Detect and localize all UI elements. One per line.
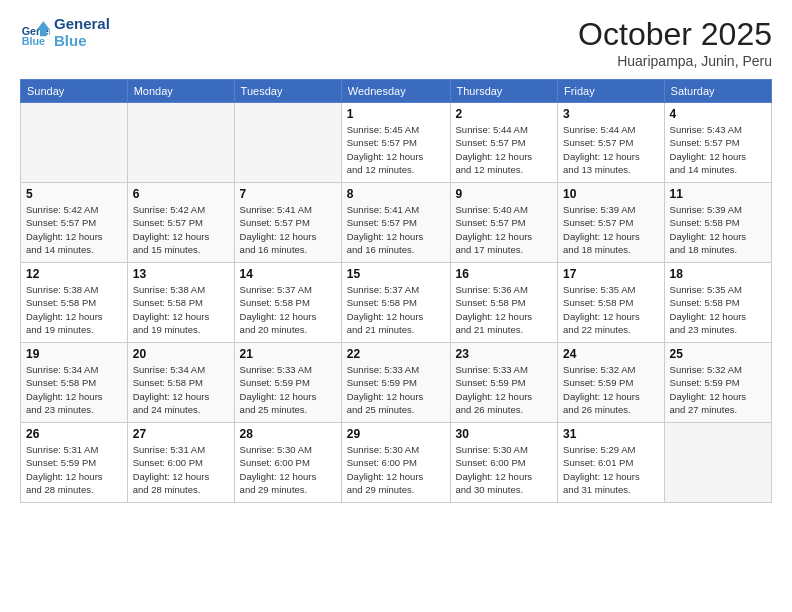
calendar-day-cell: 23Sunrise: 5:33 AM Sunset: 5:59 PM Dayli… xyxy=(450,343,558,423)
day-info: Sunrise: 5:42 AM Sunset: 5:57 PM Dayligh… xyxy=(26,203,122,256)
calendar-day-cell: 26Sunrise: 5:31 AM Sunset: 5:59 PM Dayli… xyxy=(21,423,128,503)
day-info: Sunrise: 5:41 AM Sunset: 5:57 PM Dayligh… xyxy=(347,203,445,256)
day-number: 29 xyxy=(347,427,445,441)
day-number: 25 xyxy=(670,347,766,361)
day-number: 21 xyxy=(240,347,336,361)
weekday-header: Sunday xyxy=(21,80,128,103)
day-number: 30 xyxy=(456,427,553,441)
day-info: Sunrise: 5:37 AM Sunset: 5:58 PM Dayligh… xyxy=(240,283,336,336)
day-info: Sunrise: 5:39 AM Sunset: 5:58 PM Dayligh… xyxy=(670,203,766,256)
calendar-day-cell: 13Sunrise: 5:38 AM Sunset: 5:58 PM Dayli… xyxy=(127,263,234,343)
day-number: 9 xyxy=(456,187,553,201)
day-info: Sunrise: 5:33 AM Sunset: 5:59 PM Dayligh… xyxy=(347,363,445,416)
calendar-day-cell: 29Sunrise: 5:30 AM Sunset: 6:00 PM Dayli… xyxy=(341,423,450,503)
day-info: Sunrise: 5:31 AM Sunset: 5:59 PM Dayligh… xyxy=(26,443,122,496)
month-title: October 2025 xyxy=(578,16,772,53)
weekday-header: Wednesday xyxy=(341,80,450,103)
day-number: 10 xyxy=(563,187,658,201)
calendar-day-cell: 6Sunrise: 5:42 AM Sunset: 5:57 PM Daylig… xyxy=(127,183,234,263)
day-number: 4 xyxy=(670,107,766,121)
day-number: 17 xyxy=(563,267,658,281)
day-info: Sunrise: 5:34 AM Sunset: 5:58 PM Dayligh… xyxy=(133,363,229,416)
day-number: 5 xyxy=(26,187,122,201)
calendar-week-row: 1Sunrise: 5:45 AM Sunset: 5:57 PM Daylig… xyxy=(21,103,772,183)
calendar-day-cell: 28Sunrise: 5:30 AM Sunset: 6:00 PM Dayli… xyxy=(234,423,341,503)
day-number: 8 xyxy=(347,187,445,201)
calendar-day-cell: 21Sunrise: 5:33 AM Sunset: 5:59 PM Dayli… xyxy=(234,343,341,423)
calendar-day-cell: 30Sunrise: 5:30 AM Sunset: 6:00 PM Dayli… xyxy=(450,423,558,503)
calendar-day-cell xyxy=(234,103,341,183)
day-number: 2 xyxy=(456,107,553,121)
day-info: Sunrise: 5:29 AM Sunset: 6:01 PM Dayligh… xyxy=(563,443,658,496)
day-info: Sunrise: 5:40 AM Sunset: 5:57 PM Dayligh… xyxy=(456,203,553,256)
calendar-day-cell: 7Sunrise: 5:41 AM Sunset: 5:57 PM Daylig… xyxy=(234,183,341,263)
calendar-week-row: 19Sunrise: 5:34 AM Sunset: 5:58 PM Dayli… xyxy=(21,343,772,423)
day-number: 1 xyxy=(347,107,445,121)
day-number: 23 xyxy=(456,347,553,361)
day-info: Sunrise: 5:38 AM Sunset: 5:58 PM Dayligh… xyxy=(133,283,229,336)
page: General Blue General Blue October 2025 H… xyxy=(0,0,792,612)
calendar-day-cell: 24Sunrise: 5:32 AM Sunset: 5:59 PM Dayli… xyxy=(558,343,664,423)
calendar-day-cell: 3Sunrise: 5:44 AM Sunset: 5:57 PM Daylig… xyxy=(558,103,664,183)
calendar-day-cell: 15Sunrise: 5:37 AM Sunset: 5:58 PM Dayli… xyxy=(341,263,450,343)
calendar-day-cell xyxy=(664,423,771,503)
logo: General Blue General Blue xyxy=(20,16,110,49)
day-number: 28 xyxy=(240,427,336,441)
calendar-day-cell: 9Sunrise: 5:40 AM Sunset: 5:57 PM Daylig… xyxy=(450,183,558,263)
location-subtitle: Huaripampa, Junin, Peru xyxy=(578,53,772,69)
day-info: Sunrise: 5:30 AM Sunset: 6:00 PM Dayligh… xyxy=(456,443,553,496)
day-number: 19 xyxy=(26,347,122,361)
calendar-day-cell: 12Sunrise: 5:38 AM Sunset: 5:58 PM Dayli… xyxy=(21,263,128,343)
day-number: 6 xyxy=(133,187,229,201)
calendar-day-cell: 2Sunrise: 5:44 AM Sunset: 5:57 PM Daylig… xyxy=(450,103,558,183)
day-info: Sunrise: 5:33 AM Sunset: 5:59 PM Dayligh… xyxy=(456,363,553,416)
calendar-day-cell: 27Sunrise: 5:31 AM Sunset: 6:00 PM Dayli… xyxy=(127,423,234,503)
calendar-day-cell xyxy=(21,103,128,183)
calendar-header-row: SundayMondayTuesdayWednesdayThursdayFrid… xyxy=(21,80,772,103)
day-info: Sunrise: 5:44 AM Sunset: 5:57 PM Dayligh… xyxy=(456,123,553,176)
day-info: Sunrise: 5:44 AM Sunset: 5:57 PM Dayligh… xyxy=(563,123,658,176)
day-info: Sunrise: 5:42 AM Sunset: 5:57 PM Dayligh… xyxy=(133,203,229,256)
calendar-day-cell: 4Sunrise: 5:43 AM Sunset: 5:57 PM Daylig… xyxy=(664,103,771,183)
day-info: Sunrise: 5:33 AM Sunset: 5:59 PM Dayligh… xyxy=(240,363,336,416)
weekday-header: Monday xyxy=(127,80,234,103)
calendar-day-cell xyxy=(127,103,234,183)
day-number: 7 xyxy=(240,187,336,201)
day-number: 24 xyxy=(563,347,658,361)
title-block: October 2025 Huaripampa, Junin, Peru xyxy=(578,16,772,69)
calendar-day-cell: 25Sunrise: 5:32 AM Sunset: 5:59 PM Dayli… xyxy=(664,343,771,423)
calendar-day-cell: 8Sunrise: 5:41 AM Sunset: 5:57 PM Daylig… xyxy=(341,183,450,263)
day-number: 27 xyxy=(133,427,229,441)
day-info: Sunrise: 5:34 AM Sunset: 5:58 PM Dayligh… xyxy=(26,363,122,416)
day-info: Sunrise: 5:35 AM Sunset: 5:58 PM Dayligh… xyxy=(670,283,766,336)
day-info: Sunrise: 5:31 AM Sunset: 6:00 PM Dayligh… xyxy=(133,443,229,496)
day-number: 13 xyxy=(133,267,229,281)
weekday-header: Tuesday xyxy=(234,80,341,103)
logo-blue: Blue xyxy=(54,33,110,50)
calendar-day-cell: 5Sunrise: 5:42 AM Sunset: 5:57 PM Daylig… xyxy=(21,183,128,263)
day-info: Sunrise: 5:41 AM Sunset: 5:57 PM Dayligh… xyxy=(240,203,336,256)
calendar-day-cell: 17Sunrise: 5:35 AM Sunset: 5:58 PM Dayli… xyxy=(558,263,664,343)
calendar-day-cell: 20Sunrise: 5:34 AM Sunset: 5:58 PM Dayli… xyxy=(127,343,234,423)
weekday-header: Friday xyxy=(558,80,664,103)
calendar-table: SundayMondayTuesdayWednesdayThursdayFrid… xyxy=(20,79,772,503)
calendar-day-cell: 14Sunrise: 5:37 AM Sunset: 5:58 PM Dayli… xyxy=(234,263,341,343)
logo-icon: General Blue xyxy=(20,18,50,48)
day-number: 20 xyxy=(133,347,229,361)
day-info: Sunrise: 5:43 AM Sunset: 5:57 PM Dayligh… xyxy=(670,123,766,176)
day-info: Sunrise: 5:35 AM Sunset: 5:58 PM Dayligh… xyxy=(563,283,658,336)
day-number: 3 xyxy=(563,107,658,121)
calendar-week-row: 26Sunrise: 5:31 AM Sunset: 5:59 PM Dayli… xyxy=(21,423,772,503)
day-number: 14 xyxy=(240,267,336,281)
day-number: 31 xyxy=(563,427,658,441)
calendar-day-cell: 19Sunrise: 5:34 AM Sunset: 5:58 PM Dayli… xyxy=(21,343,128,423)
calendar-day-cell: 18Sunrise: 5:35 AM Sunset: 5:58 PM Dayli… xyxy=(664,263,771,343)
day-number: 22 xyxy=(347,347,445,361)
day-info: Sunrise: 5:32 AM Sunset: 5:59 PM Dayligh… xyxy=(563,363,658,416)
calendar-day-cell: 31Sunrise: 5:29 AM Sunset: 6:01 PM Dayli… xyxy=(558,423,664,503)
day-number: 11 xyxy=(670,187,766,201)
logo-general: General xyxy=(54,16,110,33)
calendar-day-cell: 16Sunrise: 5:36 AM Sunset: 5:58 PM Dayli… xyxy=(450,263,558,343)
day-number: 15 xyxy=(347,267,445,281)
day-info: Sunrise: 5:36 AM Sunset: 5:58 PM Dayligh… xyxy=(456,283,553,336)
